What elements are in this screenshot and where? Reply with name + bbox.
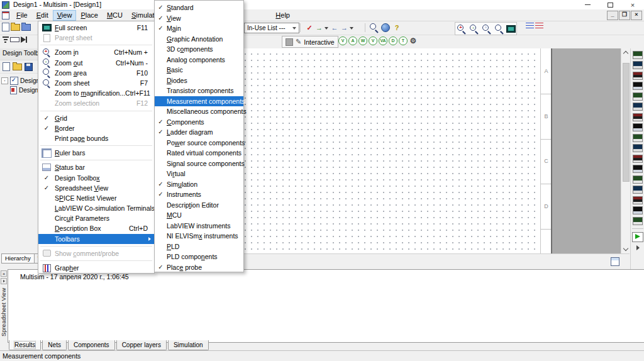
bode-plotter-icon[interactable]	[633, 103, 643, 111]
run-simulation-button[interactable]	[632, 232, 643, 242]
spreadsheet-close-button[interactable]: ×	[1, 270, 7, 277]
document-icon[interactable]	[2, 11, 9, 19]
toolbars-item-components[interactable]: ✓Components	[155, 117, 243, 128]
toolbars-item-instruments[interactable]: ✓Instruments	[155, 189, 243, 200]
voltage-current-probe-icon[interactable]: VA	[379, 36, 387, 45]
toolbars-item-miscellaneous-components[interactable]: Miscellaneous components	[155, 106, 243, 117]
toolbars-item-place-probe[interactable]: ✓Place probe	[155, 262, 243, 273]
digital-probe-icon[interactable]: D	[389, 36, 397, 45]
forward-annotate-icon[interactable]: →	[341, 23, 353, 33]
toolbars-item-mcu[interactable]: MCU	[155, 210, 243, 221]
spreadsheet-tab-nets[interactable]: Nets	[42, 340, 67, 350]
function-generator-icon[interactable]	[633, 61, 643, 69]
iv-analyzer-icon[interactable]	[633, 155, 643, 163]
toolbars-item-standard[interactable]: ✓Standard	[155, 3, 243, 13]
tree-expander-icon[interactable]	[1, 77, 8, 84]
toolbars-item-diodes[interactable]: Diodes	[155, 75, 243, 86]
wattmeter-icon[interactable]	[633, 72, 643, 80]
logic-analyzer-icon[interactable]	[633, 144, 643, 152]
in-use-list-combo[interactable]: In-Use List ---	[244, 23, 299, 33]
view-menu-item-grapher[interactable]: Grapher	[38, 263, 154, 273]
view-menu-item-grid[interactable]: ✓Grid	[38, 113, 154, 123]
view-menu-item-show-comment-probe[interactable]: Show comment/probe	[38, 248, 154, 258]
view-menu-item-zoom-area[interactable]: Zoom areaF10	[38, 68, 154, 78]
spreadsheet-tab-copper-layers[interactable]: Copper layers	[116, 340, 167, 350]
distortion-analyzer-icon[interactable]	[633, 165, 643, 173]
tektronix-oscilloscope-icon[interactable]	[633, 217, 643, 225]
open-samples-icon[interactable]	[21, 24, 31, 31]
save-icon[interactable]	[25, 63, 33, 71]
scrollbar-thumb[interactable]	[623, 63, 630, 182]
view-menu-item-design-toolbox[interactable]: ✓Design Toolbox	[38, 172, 154, 182]
view-menu-item-parent-sheet[interactable]: Parent sheet	[38, 33, 154, 43]
toolbox-tab-hierarchy[interactable]: Hierarchy	[1, 253, 35, 264]
periodic-probe-icon[interactable]: T	[399, 36, 408, 45]
voltage-probe-icon[interactable]: V	[338, 36, 347, 45]
new-document-icon[interactable]	[2, 23, 9, 31]
open-folder-icon[interactable]	[11, 24, 20, 31]
zoom-area-icon[interactable]: ▫	[481, 24, 492, 34]
stop-button[interactable]	[286, 38, 293, 46]
logic-converter-icon[interactable]	[633, 134, 643, 142]
toolbars-item-power-source-components[interactable]: Power source components	[155, 138, 243, 148]
basic-component-icon[interactable]	[10, 37, 19, 42]
ladder-diagram-red-icon[interactable]	[535, 23, 543, 30]
view-menu-item-zoom-selection[interactable]: Zoom selectionF12	[38, 98, 154, 108]
export-netlist-icon[interactable]: →	[316, 23, 328, 33]
current-probe-icon[interactable]: A	[348, 36, 357, 45]
menu-edit[interactable]: Edit	[32, 10, 53, 21]
view-menu-item-zoom-to-magnification[interactable]: Zoom to magnification...Ctrl+F11	[38, 88, 154, 98]
spectrum-analyzer-icon[interactable]	[633, 175, 643, 184]
word-generator-icon[interactable]	[633, 123, 643, 131]
toolbars-item-pld[interactable]: PLD	[155, 242, 243, 252]
panel-corner-icon[interactable]	[611, 257, 619, 266]
toolbars-item-graphic-annotation[interactable]: Graphic Annotation	[155, 34, 243, 45]
full-screen-icon[interactable]	[506, 25, 516, 33]
view-menu-item-status-bar[interactable]: Status bar	[38, 162, 154, 172]
diode-component-icon[interactable]	[21, 36, 26, 43]
menu-help[interactable]: Help	[271, 10, 294, 21]
zoom-sheet-icon[interactable]	[494, 24, 505, 34]
view-menu-item-description-box[interactable]: Description BoxCtrl+D	[38, 223, 154, 233]
vertical-scrollbar[interactable]	[621, 48, 630, 253]
agilent-function-generator-icon[interactable]	[633, 196, 643, 204]
mdi-minimize-button[interactable]: _	[607, 11, 618, 20]
results-log[interactable]: Multisim - 17 апреля 2020 г., 1:06:45	[8, 269, 644, 343]
menu-file[interactable]: File	[12, 10, 32, 21]
spreadsheet-tab-results[interactable]: Results	[9, 340, 41, 350]
interactive-button[interactable]: Interactive	[304, 38, 334, 46]
toolbars-item-rated-virtual-components[interactable]: Rated virtual components	[155, 148, 243, 158]
view-menu-item-print-page-bounds[interactable]: Print page bounds	[38, 133, 154, 143]
toolbars-item-transistor-components[interactable]: Transistor components	[155, 86, 243, 96]
scroll-down-icon[interactable]	[621, 245, 630, 253]
close-button[interactable]: ×	[621, 0, 644, 9]
toolbars-item-signal-source-components[interactable]: Signal source components	[155, 158, 243, 169]
source-component-icon[interactable]	[2, 36, 9, 43]
oscilloscope-icon[interactable]	[633, 82, 643, 90]
view-menu-item-zoom-sheet[interactable]: Zoom sheetF7	[38, 78, 154, 88]
four-channel-oscilloscope-icon[interactable]	[633, 92, 643, 101]
multimeter-icon[interactable]	[633, 51, 643, 59]
toolbar-overflow-icon[interactable]	[636, 245, 640, 250]
toolbars-item-pld-components[interactable]: PLD components	[155, 252, 243, 262]
toolbars-item-basic[interactable]: Basic	[155, 65, 243, 75]
menu-place[interactable]: Place	[76, 10, 103, 21]
dropdown-arrow-icon[interactable]	[325, 27, 328, 31]
scroll-up-icon[interactable]	[621, 48, 630, 57]
ladder-diagram-blue-icon[interactable]	[526, 23, 534, 30]
frequency-counter-icon[interactable]	[633, 113, 643, 121]
toolbars-item-measurement-components[interactable]: Measurement components	[155, 96, 243, 107]
spreadsheet-tab-simulation[interactable]: Simulation	[168, 340, 209, 350]
find-icon[interactable]	[369, 23, 380, 33]
toolbars-item-description-editor[interactable]: Description Editor	[155, 200, 243, 211]
view-menu-item-border[interactable]: ✓Border	[38, 123, 154, 133]
new-document-icon[interactable]	[3, 62, 10, 71]
toolbars-item-view[interactable]: ✓View	[155, 13, 243, 24]
network-analyzer-icon[interactable]	[633, 186, 643, 194]
zoom-out-icon[interactable]: -	[469, 24, 480, 34]
view-menu-item-ruler-bars[interactable]: Ruler bars	[38, 148, 154, 158]
view-menu-item-zoom-out[interactable]: Zoom outCtrl+Num -	[38, 58, 154, 68]
toolbars-item-ladder-diagram[interactable]: ✓Ladder diagram	[155, 127, 243, 138]
view-menu-item-spreadsheet-view[interactable]: ✓Spreadsheet View	[38, 183, 154, 193]
minimize-button[interactable]	[576, 0, 599, 9]
